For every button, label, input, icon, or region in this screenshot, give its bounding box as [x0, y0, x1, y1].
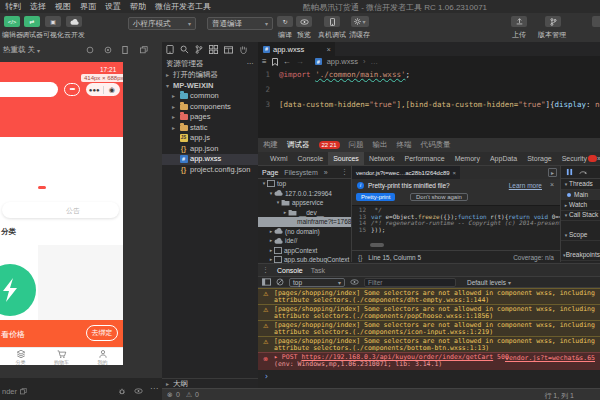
outline-section[interactable]: ▸大纲 [162, 378, 258, 388]
menu-item-3[interactable]: 界面 [80, 1, 96, 12]
devtools-tab-Sources[interactable]: Sources [328, 152, 364, 165]
console-error-row[interactable]: ⊗ ▸ POST https://192.168.0.3/api/kuyou/o… [258, 352, 600, 370]
forward-icon[interactable]: → [296, 57, 304, 66]
app-tab-我的[interactable]: 我的 [82, 348, 123, 365]
devtools-tab-Security[interactable]: Security [557, 152, 592, 165]
live-expression-icon[interactable] [350, 279, 359, 285]
braces-icon[interactable]: {} [358, 254, 362, 261]
learn-more-link[interactable]: Learn more [509, 182, 542, 189]
source-code-view[interactable]: 12 */13var e=Object.freeze({});function … [352, 207, 560, 237]
tree-item-static[interactable]: ▸static [162, 123, 258, 134]
section-breakpoints[interactable]: ▾Breakpoints [561, 251, 600, 262]
source-tree-127.0.0.1:29964[interactable]: ▾127.0.0.1:29964 [258, 189, 351, 199]
source-tree-appContext[interactable]: ▸appContext [258, 246, 351, 256]
dont-show-again-button[interactable]: Don't show again [410, 193, 468, 201]
devtools-tab-AppData[interactable]: AppData [485, 152, 522, 165]
horizontal-scrollbar[interactable] [370, 243, 384, 247]
window-restore-icon[interactable] [20, 388, 27, 395]
rotate-icon[interactable] [86, 46, 94, 54]
error-status-icon[interactable]: ⊗ [167, 391, 173, 399]
app-tab-购物车[interactable]: 购物车 [41, 348, 82, 365]
search-icon[interactable] [180, 45, 189, 54]
request-url-link[interactable]: https://192.168.0.3/api/kuyou/order/inde… [301, 354, 493, 361]
package-icon[interactable] [224, 45, 233, 54]
menu-item-2[interactable]: 视图 [55, 1, 71, 12]
context-dropdown[interactable]: top▾ [289, 278, 345, 287]
tab-page[interactable]: Page [262, 169, 278, 176]
devtools-tab-Performance[interactable]: Performance [400, 152, 450, 165]
thread-main[interactable]: Main [561, 190, 600, 201]
menu-item-4[interactable]: 设置 [105, 1, 121, 12]
extensions-icon[interactable] [209, 45, 218, 54]
tab-app-wxss[interactable]: # app.wxss × [259, 42, 335, 56]
devtools-tab-Storage[interactable]: Storage [522, 152, 557, 165]
console-warning-row-0[interactable]: ⚠[pages/shopping/index] Some selectors a… [258, 288, 600, 304]
tree-item-pages[interactable]: ▸pages [162, 112, 258, 123]
source-tree-__dev__[interactable]: ▸__dev__ [258, 208, 351, 218]
menu-item-5[interactable]: 帮助 [130, 1, 146, 12]
chat-bubble-icon[interactable]: ••• [64, 83, 80, 96]
more-tabs[interactable]: » [324, 169, 328, 176]
compile-button[interactable]: ↻ 编译 [277, 13, 293, 42]
tree-item-app.json[interactable]: {}app.json [162, 144, 258, 155]
menu-item-0[interactable]: 转到 [5, 1, 21, 12]
upload-button[interactable]: 上传 [510, 13, 528, 42]
devtools-tab-Console[interactable]: Console [293, 152, 329, 165]
panel-tab-调试器[interactable]: 调试器 [287, 140, 310, 150]
wxss-file-link[interactable]: ./components/bottom-btn.wxss:1:13 [356, 345, 485, 352]
tab-task[interactable]: Task [311, 267, 325, 274]
tab-vendor-js[interactable]: vendor.js?t=wec…ac28b1f264dc89 × [352, 166, 460, 179]
tab-filesystem[interactable]: Filesystem [284, 169, 317, 176]
debugger-panel-button[interactable]: ⇄ 调试器 [23, 13, 41, 42]
menu-item-1[interactable]: 选择 [30, 1, 46, 12]
bug-icon[interactable] [118, 387, 126, 395]
clear-cache-button[interactable]: ▾ 清缓存 [348, 13, 372, 42]
close-icon[interactable]: × [550, 181, 554, 188]
search-bar[interactable] [0, 82, 58, 97]
more-icon[interactable]: ●●● [86, 84, 103, 96]
tree-item-components[interactable]: ▸components [162, 102, 258, 113]
editor-panel-button[interactable]: </> 编辑器 [3, 13, 21, 42]
panel-tab-终端[interactable]: 终端 [397, 140, 412, 150]
show-navigator-icon[interactable]: ▸ [548, 168, 557, 177]
source-tree-appservice[interactable]: ▾appservice [258, 198, 351, 208]
refresh-simulator-icon[interactable] [104, 46, 112, 54]
cloud-dev-button[interactable]: 云开发 [65, 13, 83, 42]
breadcrumb-file[interactable]: app.wxss [327, 57, 358, 66]
tree-item-app.wxss[interactable]: #app.wxss [162, 154, 258, 165]
close-icon[interactable]: × [453, 170, 457, 176]
pretty-print-button[interactable]: Pretty-print [356, 193, 395, 201]
open-editors-section[interactable]: ▸打开的编辑器 [162, 70, 258, 81]
tab-console[interactable]: Console [277, 267, 303, 274]
source-location-link[interactable]: vendor.js?t=wechat&s.65 [505, 355, 595, 362]
wxss-file-link[interactable]: ./components/popChoose.wxss:1:1856 [356, 313, 489, 320]
hand-icon[interactable] [239, 45, 248, 54]
warning-status-icon[interactable]: ⚠ [186, 391, 192, 399]
levels-dropdown[interactable]: Default levels▾ [467, 279, 511, 286]
panel-tab-输出[interactable]: 输出 [373, 140, 388, 150]
wxss-file-link[interactable]: ./components/dht-empty.wxss:1:144 [356, 297, 485, 304]
console-prompt[interactable]: › [258, 370, 600, 381]
notice-bar[interactable]: 公告 [2, 202, 119, 218]
bind-button[interactable]: 去绑定 [86, 325, 118, 341]
expand-caret[interactable]: ▸ [274, 354, 282, 361]
tree-item-app.js[interactable]: JSapp.js [162, 133, 258, 144]
console-warning-row-3[interactable]: ⚠[pages/shopping/index] Some selectors a… [258, 336, 600, 352]
menu-item-6[interactable]: 微信开发者工具 [155, 1, 211, 12]
wxss-file-link[interactable]: ./components/icon-input.wxss:1:219 [356, 329, 489, 336]
devtools-tab-Memory[interactable]: Memory [450, 152, 485, 165]
mode-dropdown[interactable]: 小程序模式▾ [128, 17, 196, 30]
git-branch-icon[interactable] [195, 45, 203, 54]
back-icon[interactable]: ← [283, 57, 291, 66]
visualization-button[interactable]: ▣ 可视化 [44, 13, 62, 42]
console-sidebar-icon[interactable] [262, 278, 271, 286]
device-debug-button[interactable]: 真机调试 [317, 13, 347, 42]
devtools-tab-Network[interactable]: Network [364, 152, 400, 165]
compile-mode-dropdown[interactable]: 普通编译▾ [207, 17, 273, 30]
version-control-button[interactable]: 版本管理 [537, 13, 569, 42]
devtools-tab-Wxml[interactable]: Wxml [265, 152, 293, 165]
tree-item-common[interactable]: ▸common [162, 91, 258, 102]
float-window-icon[interactable] [140, 46, 148, 54]
console-warning-row-1[interactable]: ⚠[pages/shopping/index] Some selectors a… [258, 304, 600, 320]
clear-console-icon[interactable] [276, 278, 284, 286]
